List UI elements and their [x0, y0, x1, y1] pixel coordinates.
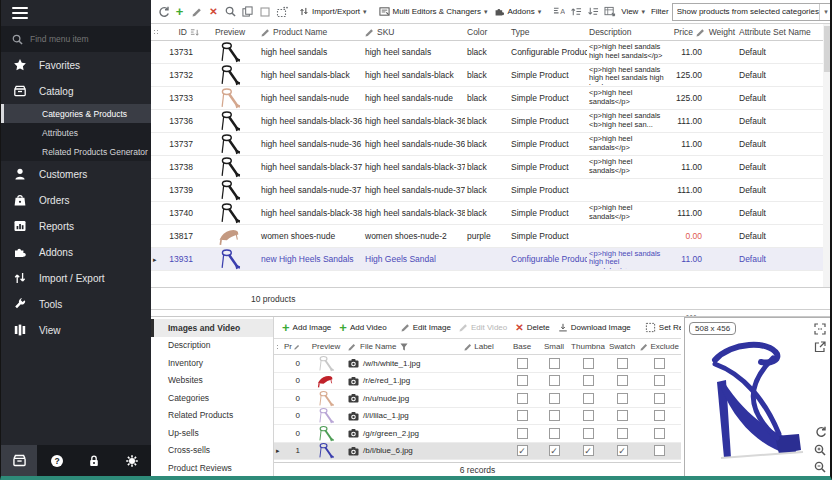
search-products-button[interactable] — [223, 2, 238, 22]
exclude-checkbox[interactable] — [654, 358, 665, 369]
swatch-checkbox[interactable] — [617, 375, 628, 386]
sidebar-item-customers[interactable]: Customers — [1, 161, 151, 187]
base-checkbox[interactable] — [517, 393, 528, 404]
base-checkbox[interactable] — [517, 428, 528, 439]
image-row[interactable]: 0 /n/u/nude.jpg — [274, 390, 681, 408]
multi-editors-menu[interactable]: Multi Editors & Changers▾ — [376, 2, 491, 22]
thumbnail-checkbox[interactable] — [583, 375, 594, 386]
sidebar-item-attributes[interactable]: Attributes — [1, 123, 151, 142]
scrollbar-thumb[interactable] — [824, 26, 830, 72]
thumbnail-checkbox[interactable] — [583, 358, 594, 369]
product-row[interactable]: 13733 high heel sandals-nude high heel s… — [151, 87, 823, 110]
sidebar-item-addons[interactable]: Addons — [1, 239, 151, 265]
col-header-attribute-set[interactable]: Attribute Set Name — [737, 27, 823, 37]
base-checkbox[interactable] — [517, 358, 528, 369]
sidebar-item-import-export[interactable]: Import / Export — [1, 265, 151, 291]
col-header-type[interactable]: Type — [509, 27, 587, 37]
small-checkbox[interactable] — [549, 393, 560, 404]
thumbnail-checkbox[interactable] — [583, 428, 594, 439]
product-row[interactable]: 13736 high heel sandals-black-36 high he… — [151, 110, 823, 133]
delete-image-button[interactable]: ✕Delete — [511, 319, 554, 337]
edit-video-button[interactable]: Edit Video — [455, 319, 511, 337]
image-row[interactable]: 0 /l/i/lilac_1.jpg — [274, 408, 681, 426]
col-header-color[interactable]: Color — [465, 27, 509, 37]
col-header-id[interactable]: ID — [163, 27, 201, 37]
sidebar-item-favorites[interactable]: Favorites — [1, 52, 151, 78]
col-header-thumbnail[interactable]: Thumbna — [570, 342, 606, 351]
exclude-checkbox[interactable] — [654, 445, 665, 456]
tab-description[interactable]: Description — [151, 337, 273, 355]
sidebar-item-view[interactable]: View — [1, 317, 151, 343]
image-row[interactable]: 0 /w/h/white_1.jpg — [274, 355, 681, 373]
expand-rows-button[interactable] — [568, 2, 583, 22]
paste-button[interactable] — [257, 2, 272, 22]
product-row[interactable]: 13738 high heel sandals-black-37 high he… — [151, 156, 823, 179]
duplicate-selection-button[interactable] — [274, 2, 289, 22]
open-external-button[interactable] — [813, 340, 826, 353]
sidebar-item-catalog[interactable]: Catalog — [1, 78, 151, 104]
collapse-rows-button[interactable] — [585, 2, 600, 22]
tab-images-and-video[interactable]: Images and Video — [151, 319, 273, 337]
col-header-label[interactable]: Label — [462, 342, 506, 351]
lock-button[interactable] — [76, 445, 112, 476]
col-header-swatch[interactable]: Swatch — [606, 342, 638, 351]
image-row[interactable]: 0 /g/r/green_2.jpg — [274, 425, 681, 443]
col-header-position[interactable]: Pr — [282, 342, 306, 351]
tab-cross-sells[interactable]: Cross-sells — [151, 442, 273, 460]
swatch-checkbox[interactable] — [617, 428, 628, 439]
small-checkbox[interactable] — [549, 358, 560, 369]
col-header-sku[interactable]: SKU — [363, 27, 465, 37]
actual-size-button[interactable] — [813, 322, 826, 335]
small-checkbox[interactable] — [549, 445, 560, 456]
product-row[interactable]: 13731 high heel sandals high heel sandal… — [151, 41, 823, 64]
base-checkbox[interactable] — [517, 445, 528, 456]
addons-menu[interactable]: Addons▾ — [491, 2, 545, 22]
tab-related-products[interactable]: Related Products — [151, 407, 273, 425]
import-export-menu[interactable]: Import/Export▾ — [296, 2, 370, 22]
hamburger-menu-button[interactable] — [1, 0, 151, 26]
view-menu[interactable]: View▾ — [618, 2, 648, 22]
zoom-in-button[interactable] — [813, 443, 826, 456]
small-checkbox[interactable] — [549, 428, 560, 439]
tab-up-sells[interactable]: Up-sells — [151, 424, 273, 442]
tab-inventory[interactable]: Inventory — [151, 354, 273, 372]
refresh-button[interactable] — [155, 2, 170, 22]
product-row-selected[interactable]: 13931 new High Heels Sandals High Geels … — [151, 248, 823, 271]
col-header-base[interactable]: Base — [506, 342, 538, 351]
export-grid-button[interactable] — [602, 2, 617, 22]
exclude-checkbox[interactable] — [654, 410, 665, 421]
copy-button[interactable] — [240, 2, 255, 22]
tab-websites[interactable]: Websites — [151, 372, 273, 390]
rotate-button[interactable] — [813, 425, 826, 438]
exclude-checkbox[interactable] — [654, 393, 665, 404]
products-grid-scrollbar[interactable] — [823, 24, 831, 287]
product-row[interactable]: 13732 high heel sandals-black high heel … — [151, 64, 823, 87]
product-row[interactable]: 13739 high heel sandals-nude-37 high hee… — [151, 179, 823, 202]
help-button[interactable]: ? — [39, 445, 75, 476]
product-row[interactable]: 13737 high heel sandals-nude-36 high hee… — [151, 133, 823, 156]
small-checkbox[interactable] — [549, 410, 560, 421]
base-checkbox[interactable] — [517, 410, 528, 421]
col-header-weight[interactable]: Weight — [707, 27, 737, 37]
sidebar-search[interactable] — [1, 26, 151, 52]
menu-search-input[interactable] — [30, 34, 130, 44]
swatch-checkbox[interactable] — [617, 358, 628, 369]
set-resize-rule-button[interactable]: Set Resize Rule — [641, 319, 681, 337]
add-product-button[interactable]: + — [172, 2, 187, 22]
sidebar-item-reports[interactable]: Reports — [1, 213, 151, 239]
col-header-preview[interactable]: Preview — [306, 342, 346, 351]
text-sort-button[interactable]: A — [551, 2, 566, 22]
category-filter-select[interactable]: Show products from selected categories ▾ — [672, 3, 831, 21]
swatch-checkbox[interactable] — [617, 410, 628, 421]
edit-product-button[interactable] — [189, 2, 204, 22]
product-row[interactable]: 13740 high heel sandals-black-38 high he… — [151, 202, 823, 225]
store-button[interactable] — [1, 445, 37, 476]
image-row-selected[interactable]: 1 /b/l/blue_6.jpg — [274, 443, 681, 461]
col-header-exclude[interactable]: Exclude — [638, 342, 681, 351]
small-checkbox[interactable] — [549, 375, 560, 386]
swatch-checkbox[interactable] — [617, 393, 628, 404]
col-header-preview[interactable]: Preview — [201, 27, 259, 37]
col-header-description[interactable]: Description — [587, 27, 669, 37]
zoom-out-button[interactable] — [813, 460, 826, 473]
tab-categories[interactable]: Categories — [151, 389, 273, 407]
